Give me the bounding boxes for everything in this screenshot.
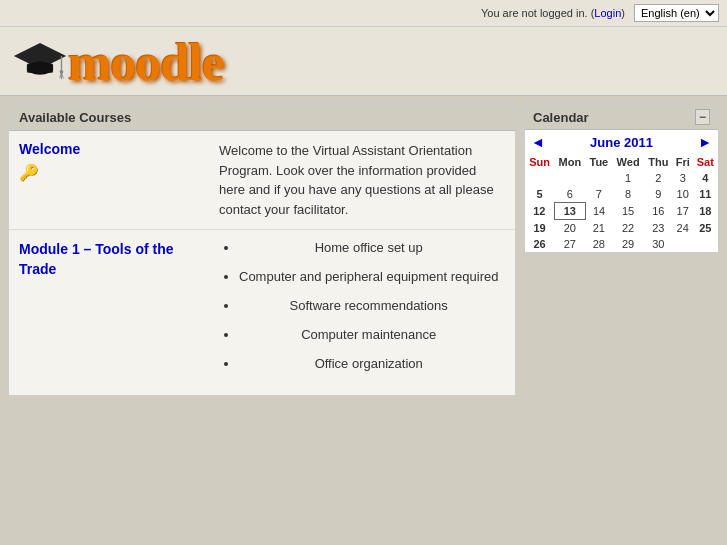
calendar-day-cell[interactable]: 24 [672, 220, 693, 237]
main-layout: Available Courses Welcome 🔑 Welcome to t… [0, 96, 727, 404]
calendar-day-cell[interactable]: 21 [586, 220, 613, 237]
top-bar: You are not logged in. (Login) English (… [0, 0, 727, 27]
logo: moodle [12, 35, 715, 91]
calendar-day-header: Fri [672, 154, 693, 170]
available-courses-header: Available Courses [9, 105, 515, 131]
calendar-day-cell[interactable]: 2 [644, 170, 672, 186]
calendar-day-header: Sun [525, 154, 554, 170]
calendar-day-cell[interactable]: 26 [525, 236, 554, 252]
calendar-day-cell[interactable]: 3 [672, 170, 693, 186]
calendar-day-cell[interactable]: 17 [672, 203, 693, 220]
calendar-body: 1234567891011121314151617181920212223242… [525, 170, 718, 252]
language-select[interactable]: English (en) [634, 4, 719, 22]
calendar-day-cell[interactable]: 19 [525, 220, 554, 237]
calendar-widget: Calendar − ◄ June 2011 ► SunMonTueWedThu… [524, 104, 719, 253]
calendar-table: SunMonTueWedThuFriSat 123456789101112131… [525, 154, 718, 252]
logo-hat-icon [12, 35, 68, 91]
calendar-header: Calendar − [525, 105, 718, 130]
sidebar: Calendar − ◄ June 2011 ► SunMonTueWedThu… [524, 104, 719, 253]
calendar-day-cell [586, 170, 613, 186]
calendar-day-header: Tue [586, 154, 613, 170]
calendar-day-cell [554, 170, 585, 186]
login-link[interactable]: Login [594, 7, 621, 19]
language-selector[interactable]: English (en) [634, 4, 719, 22]
module1-link[interactable]: Module 1 – Tools of the Trade [19, 240, 209, 279]
calendar-month-year: June 2011 [590, 135, 653, 150]
calendar-day-cell[interactable]: 28 [586, 236, 613, 252]
calendar-day-cell[interactable]: 11 [693, 186, 718, 203]
calendar-day-cell [693, 236, 718, 252]
calendar-day-cell[interactable]: 29 [612, 236, 644, 252]
calendar-day-cell [672, 236, 693, 252]
module-list-item: Home office set up [239, 240, 498, 255]
calendar-next-button[interactable]: ► [698, 134, 712, 150]
calendar-nav: ◄ June 2011 ► [525, 130, 718, 154]
calendar-day-header: Thu [644, 154, 672, 170]
calendar-day-cell[interactable]: 10 [672, 186, 693, 203]
table-row: 2627282930 [525, 236, 718, 252]
calendar-day-cell[interactable]: 23 [644, 220, 672, 237]
table-row: 12131415161718 [525, 203, 718, 220]
calendar-day-cell [525, 170, 554, 186]
calendar-day-cell[interactable]: 9 [644, 186, 672, 203]
calendar-day-cell[interactable]: 27 [554, 236, 585, 252]
content-area: Available Courses Welcome 🔑 Welcome to t… [8, 104, 516, 396]
calendar-day-cell[interactable]: 5 [525, 186, 554, 203]
calendar-day-cell[interactable]: 25 [693, 220, 718, 237]
calendar-day-cell[interactable]: 7 [586, 186, 613, 203]
calendar-day-cell[interactable]: 1 [612, 170, 644, 186]
calendar-day-header: Wed [612, 154, 644, 170]
calendar-day-header: Mon [554, 154, 585, 170]
svg-rect-2 [27, 63, 53, 72]
module-left: Module 1 – Tools of the Trade [19, 240, 219, 385]
header: moodle [0, 27, 727, 96]
table-row: 19202122232425 [525, 220, 718, 237]
calendar-day-cell[interactable]: 8 [612, 186, 644, 203]
calendar-day-cell[interactable]: 15 [612, 203, 644, 220]
calendar-day-cell[interactable]: 18 [693, 203, 718, 220]
module-list: Home office set upComputer and periphera… [219, 240, 498, 371]
welcome-description: Welcome to the Virtual Assistant Orienta… [219, 141, 505, 219]
calendar-title: Calendar [533, 110, 589, 125]
calendar-minimize-button[interactable]: − [695, 109, 710, 125]
calendar-day-cell[interactable]: 4 [693, 170, 718, 186]
module-content: Home office set upComputer and periphera… [219, 240, 498, 385]
calendar-day-cell[interactable]: 16 [644, 203, 672, 220]
calendar-prev-button[interactable]: ◄ [531, 134, 545, 150]
calendar-day-cell[interactable]: 6 [554, 186, 585, 203]
calendar-day-cell[interactable]: 14 [586, 203, 613, 220]
not-logged-text: You are not logged in. ( [481, 7, 594, 19]
login-text-after: ) [621, 7, 625, 19]
module-list-item: Software recommendations [239, 298, 498, 313]
welcome-left: Welcome 🔑 [19, 141, 219, 219]
table-row: 567891011 [525, 186, 718, 203]
welcome-link[interactable]: Welcome [19, 141, 209, 157]
welcome-section: Welcome 🔑 Welcome to the Virtual Assista… [9, 131, 515, 230]
logo-text: moodle [68, 37, 224, 89]
calendar-day-header: Sat [693, 154, 718, 170]
table-row: 1234 [525, 170, 718, 186]
module-list-item: Computer and peripheral equipment requir… [239, 269, 498, 284]
calendar-day-cell[interactable]: 20 [554, 220, 585, 237]
module-section: Module 1 – Tools of the Trade Home offic… [9, 230, 515, 395]
calendar-day-cell[interactable]: 13 [554, 203, 585, 220]
calendar-day-cell[interactable]: 12 [525, 203, 554, 220]
calendar-day-cell[interactable]: 30 [644, 236, 672, 252]
calendar-days-header: SunMonTueWedThuFriSat [525, 154, 718, 170]
module-list-item: Computer maintenance [239, 327, 498, 342]
welcome-key-icon: 🔑 [19, 163, 209, 182]
module-list-item: Office organization [239, 356, 498, 371]
calendar-day-cell[interactable]: 22 [612, 220, 644, 237]
